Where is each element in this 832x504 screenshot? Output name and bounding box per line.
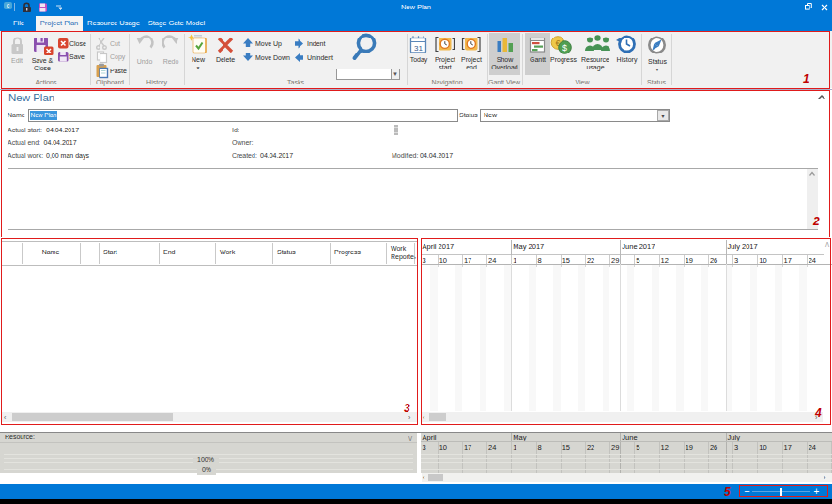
svg-text:31: 31	[414, 44, 423, 53]
svg-text:$: $	[562, 43, 567, 53]
